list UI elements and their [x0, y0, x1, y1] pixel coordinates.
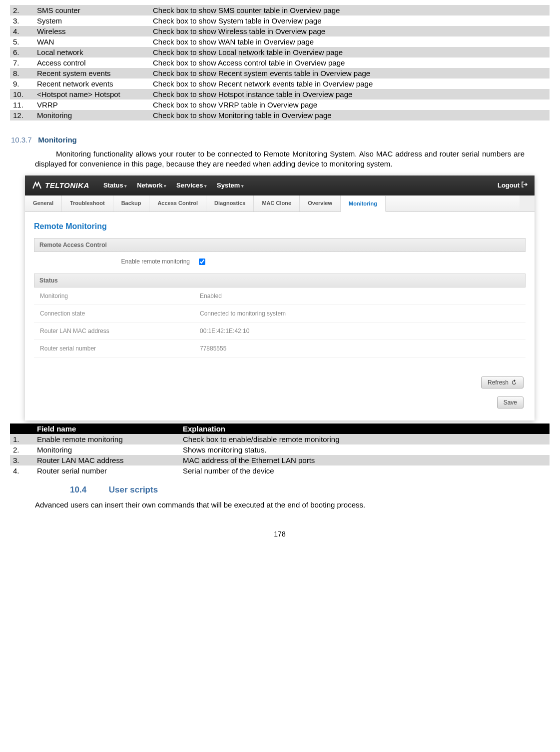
table-row: 6. Local network Check box to show Local…	[10, 47, 550, 58]
row-num: 5.	[10, 36, 34, 47]
row-field-name: Monitoring	[34, 444, 180, 455]
refresh-icon	[511, 380, 517, 386]
topnav-item-services[interactable]: Services	[176, 182, 207, 189]
paragraph-monitoring-desc: Monitoring functionality allows your rou…	[35, 149, 525, 170]
tab-general[interactable]: General	[25, 196, 62, 212]
row-description: Check box to show System table in Overvi…	[150, 16, 550, 26]
section-title: User scripts	[109, 485, 158, 494]
row-field-name: Recent network events	[34, 78, 150, 89]
row-field-name: Router serial number	[34, 466, 180, 476]
row-field-name: Monitoring	[34, 110, 150, 120]
monitoring-fields-table: Field name Explanation 1. Enable remote …	[10, 424, 550, 476]
status-value: 00:1E:42:1E:42:10	[200, 328, 249, 334]
tab-diagnostics[interactable]: Diagnostics	[206, 196, 254, 212]
row-num: 4.	[10, 466, 34, 476]
topnav-item-system[interactable]: System	[217, 182, 244, 189]
row-description: Check box to show Access control table i…	[150, 58, 550, 68]
table-row: 11. VRRP Check box to show VRRP table in…	[10, 100, 550, 110]
table-row: 8. Recent system events Check box to sho…	[10, 68, 550, 78]
row-description: Check box to show Monitoring table in Ov…	[150, 110, 550, 120]
row-description: Check box to show Recent network events …	[150, 78, 550, 89]
save-label: Save	[504, 399, 517, 406]
enable-remote-monitoring-label: Enable remote monitoring	[40, 258, 197, 265]
row-field-name: Router LAN MAC address	[34, 455, 180, 466]
row-description: Check box to show WAN table in Overview …	[150, 36, 550, 47]
row-field-name: System	[34, 16, 150, 26]
section-status: Status	[34, 274, 526, 288]
row-num: 4.	[10, 26, 34, 36]
row-num: 8.	[10, 68, 34, 78]
status-label: Router serial number	[40, 345, 200, 352]
paragraph-user-scripts: Advanced users can insert their own comm…	[35, 500, 550, 510]
row-field-name: WAN	[34, 36, 150, 47]
row-description: Check box to show Local network table in…	[150, 47, 550, 58]
status-row: Router LAN MAC address 00:1E:42:1E:42:10	[34, 322, 526, 340]
table-row: 4. Wireless Check box to show Wireless t…	[10, 26, 550, 36]
tab-mac-clone[interactable]: MAC Clone	[254, 196, 300, 212]
tab-monitoring[interactable]: Monitoring	[341, 196, 386, 212]
status-row: Connection state Connected to monitoring…	[34, 305, 526, 322]
sub-navigation: GeneralTroubleshootBackupAccess ControlD…	[25, 196, 535, 212]
row-explanation: MAC address of the Ethernet LAN ports	[180, 455, 550, 466]
logout-link[interactable]: Logout	[498, 182, 528, 189]
row-description: Check box to show VRRP table in Overview…	[150, 100, 550, 110]
topnav-item-network[interactable]: Network	[137, 182, 166, 189]
teltonika-logo: TELTONIKA	[32, 181, 89, 190]
status-value: Connected to monitoring system	[200, 310, 286, 317]
row-num: 10.	[10, 89, 34, 100]
row-num: 9.	[10, 78, 34, 89]
overview-checkbox-table: 2. SMS counter Check box to show SMS cou…	[10, 5, 550, 120]
refresh-label: Refresh	[488, 379, 509, 386]
table-row: 2. Monitoring Shows monitoring status.	[10, 444, 550, 455]
status-label: Router LAN MAC address	[40, 328, 200, 334]
logout-icon	[522, 182, 528, 189]
status-row: Router serial number 77885555	[34, 340, 526, 358]
tab-troubleshoot[interactable]: Troubleshoot	[62, 196, 113, 212]
table-row: 3. System Check box to show System table…	[10, 16, 550, 26]
status-value: 77885555	[200, 345, 226, 352]
col-header-field: Field name	[34, 424, 180, 434]
row-description: Check box to show Recent system events t…	[150, 68, 550, 78]
status-row: Monitoring Enabled	[34, 288, 526, 305]
section-heading-1037: 10.3.7 Monitoring	[11, 136, 555, 144]
row-explanation: Shows monitoring status.	[180, 444, 550, 455]
teltonika-logo-icon	[32, 182, 42, 190]
enable-remote-monitoring-checkbox[interactable]	[199, 258, 205, 265]
row-explanation: Check box to enable/disable remote monit…	[180, 434, 550, 444]
logo-text: TELTONIKA	[45, 181, 89, 190]
status-value: Enabled	[200, 292, 222, 300]
row-description: Check box to show Hotspot instance table…	[150, 89, 550, 100]
refresh-button[interactable]: Refresh	[481, 376, 524, 388]
status-label: Connection state	[40, 310, 200, 317]
col-header-explanation: Explanation	[180, 424, 550, 434]
table-row: 5. WAN Check box to show WAN table in Ov…	[10, 36, 550, 47]
row-field-name: Local network	[34, 47, 150, 58]
status-label: Monitoring	[40, 292, 200, 300]
topnav-item-status[interactable]: Status	[103, 182, 127, 189]
panel-title: Remote Monitoring	[34, 222, 526, 231]
row-description: Check box to show Wireless table in Over…	[150, 26, 550, 36]
table-row: 12. Monitoring Check box to show Monitor…	[10, 110, 550, 120]
table-row: 10. <Hotspot name> Hotspot Check box to …	[10, 89, 550, 100]
row-num: 11.	[10, 100, 34, 110]
logout-label: Logout	[498, 182, 520, 189]
row-num: 3.	[10, 455, 34, 466]
row-description: Check box to show SMS counter table in O…	[150, 5, 550, 16]
table-row: 3. Router LAN MAC address MAC address of…	[10, 455, 550, 466]
tab-access-control[interactable]: Access Control	[149, 196, 206, 212]
row-num: 2.	[10, 444, 34, 455]
table-row: 2. SMS counter Check box to show SMS cou…	[10, 5, 550, 16]
tab-overview[interactable]: Overview	[300, 196, 341, 212]
section-title: Monitoring	[38, 136, 76, 144]
table-header-row: Field name Explanation	[10, 424, 550, 434]
tab-backup[interactable]: Backup	[113, 196, 150, 212]
section-number: 10.3.7	[11, 136, 32, 144]
section-remote-access-control: Remote Access Control	[34, 238, 526, 252]
row-num: 1.	[10, 434, 34, 444]
page-number: 178	[5, 530, 555, 538]
row-field-name: Enable remote monitoring	[34, 434, 180, 444]
row-field-name: Wireless	[34, 26, 150, 36]
save-button[interactable]: Save	[497, 396, 524, 408]
row-field-name: VRRP	[34, 100, 150, 110]
row-num: 7.	[10, 58, 34, 68]
